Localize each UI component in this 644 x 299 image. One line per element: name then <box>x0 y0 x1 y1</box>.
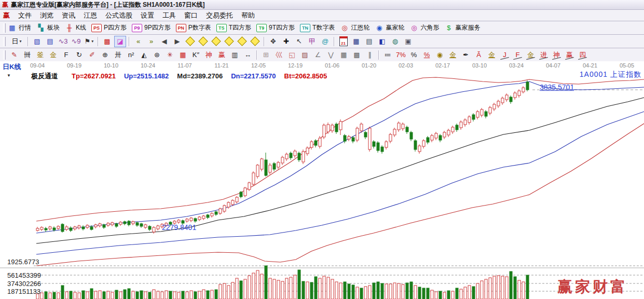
menu-item-8[interactable]: 交易委托 <box>202 10 237 20</box>
menu-item-2[interactable]: 资讯 <box>58 10 79 20</box>
diamond-hshrink[interactable] <box>210 36 222 47</box>
angle-shen[interactable]: 神 <box>551 49 563 61</box>
protractor[interactable]: ◭ <box>138 49 150 61</box>
last-page[interactable]: » <box>145 36 157 47</box>
hexagon-button[interactable]: ◎六角形 <box>409 23 439 32</box>
menu-item-6[interactable]: 工具 <box>158 10 180 20</box>
price-levels[interactable]: ≔ <box>382 49 394 61</box>
gann-wheel-button[interactable]: ◎江恩轮 <box>340 23 369 32</box>
percent-7[interactable]: 7% <box>395 49 407 61</box>
wave-3[interactable]: ∿3 <box>57 36 69 47</box>
gann-circle[interactable]: ⊛ <box>151 49 163 61</box>
n-square[interactable]: n² <box>125 49 137 61</box>
info-panel[interactable]: ▤ <box>44 36 56 47</box>
shen-tool[interactable]: 神 <box>203 49 215 61</box>
brush-tool[interactable]: ✐ <box>86 49 98 61</box>
t9-square-button[interactable]: T99T四方形 <box>256 23 295 32</box>
angle-j[interactable]: J <box>499 49 511 61</box>
trend-angle[interactable]: ∠ <box>312 49 324 61</box>
scribble-tool[interactable]: @ <box>319 36 331 47</box>
angle-ying[interactable]: 赢 <box>564 49 576 61</box>
menu-item-5[interactable]: 设置 <box>136 10 158 20</box>
frame-tool[interactable]: ⊞ <box>260 49 272 61</box>
gold-lines[interactable]: 金 <box>447 49 459 61</box>
angle-gold[interactable]: 金 <box>525 49 537 61</box>
winner-service-button[interactable]: $赢家服务 <box>444 23 480 32</box>
calculator[interactable]: ▦ <box>350 36 362 47</box>
k-quote[interactable]: K″ <box>190 49 202 61</box>
menu-item-7[interactable]: 窗口 <box>180 10 202 20</box>
flag-marker[interactable]: ⚑▾ <box>83 36 95 47</box>
percent-lines[interactable]: % <box>421 49 433 61</box>
menu-item-9[interactable]: 帮助 <box>237 10 259 20</box>
p-square-button[interactable]: PSP四方形 <box>91 23 127 32</box>
save[interactable]: ◧ <box>376 36 388 47</box>
diamond-vexpand[interactable] <box>249 36 261 47</box>
quotes-button[interactable]: ▦行情 <box>8 23 31 32</box>
hatch-box[interactable]: ▨ <box>299 49 311 61</box>
ying-tool[interactable]: 赢 <box>216 49 228 61</box>
t-square-button[interactable]: TST四方形 <box>216 23 251 32</box>
angle-si[interactable]: 四 <box>577 49 588 61</box>
notepad[interactable]: ▤ <box>363 36 375 47</box>
crosshair[interactable]: ✚ <box>280 36 292 47</box>
sectors-button[interactable]: ▚板块 <box>36 23 60 32</box>
menu-item-1[interactable]: 浏览 <box>36 10 58 20</box>
fan-lines[interactable]: 巛 <box>273 49 285 61</box>
gauge-circle[interactable]: ⊕ <box>99 49 111 61</box>
first-page[interactable]: « <box>132 36 144 47</box>
menu-item-0[interactable]: 文件 <box>14 10 36 20</box>
gold-circle[interactable]: ◉ <box>434 49 446 61</box>
ruler-123[interactable]: ▥ <box>229 49 241 61</box>
calendar[interactable]: 21 <box>337 36 349 47</box>
red-pattern[interactable]: ▩ <box>101 36 113 47</box>
pointer-note[interactable]: ↖ <box>293 36 305 47</box>
period-selector[interactable]: 日▾ <box>8 36 25 47</box>
grid-a[interactable]: ▦ <box>338 49 350 61</box>
stamp-tool[interactable]: 甲 <box>306 36 318 47</box>
diamond-vshrink[interactable] <box>236 36 248 47</box>
grid-b[interactable]: ▩ <box>351 49 363 61</box>
angle-f[interactable]: F <box>512 49 524 61</box>
next-page[interactable]: ▶ <box>171 36 183 47</box>
star-web[interactable]: ✳ <box>164 49 176 61</box>
prev-page[interactable]: ◀ <box>158 36 170 47</box>
pattern-window[interactable]: ▧ <box>31 36 43 47</box>
f-ruler[interactable]: F <box>60 49 72 61</box>
gold-underline[interactable]: 金 <box>486 49 498 61</box>
gold-gann-b[interactable]: 金 <box>47 49 59 61</box>
bars-tool[interactable]: 卅 <box>112 49 124 61</box>
pan-hand[interactable]: ✥ <box>267 36 279 47</box>
diamond-hexpand[interactable] <box>223 36 235 47</box>
spiral-tool[interactable]: ↻ <box>73 49 85 61</box>
p-number-button[interactable]: PNP数字表 <box>176 23 211 32</box>
kline-button[interactable]: ╫K线 <box>65 23 86 32</box>
diamond-right[interactable] <box>197 36 209 47</box>
chart-area[interactable] <box>0 70 644 299</box>
percent[interactable]: % <box>408 49 420 61</box>
width-measure[interactable]: ↔ <box>242 49 254 61</box>
web-export[interactable]: ◍ <box>389 36 401 47</box>
menu-item-4[interactable]: 公式选股 <box>101 10 136 20</box>
period-dropdown-caret-icon[interactable]: ▼ <box>7 73 11 78</box>
t-number-button[interactable]: TNT数字表 <box>300 23 335 32</box>
pen-flag[interactable]: ✒ <box>460 49 472 61</box>
angle-jin[interactable]: 进 <box>538 49 550 61</box>
fan-box[interactable]: ◱ <box>286 49 298 61</box>
wave-a[interactable]: Ã <box>473 49 485 61</box>
pencil-tool[interactable]: ✎ <box>8 49 20 61</box>
gold-gann-a[interactable]: 釜 <box>34 49 46 61</box>
grid-comb[interactable]: 卌 <box>21 49 33 61</box>
print[interactable]: ▣ <box>402 36 414 47</box>
zigzag-tool[interactable]: ⋁ <box>325 49 337 61</box>
p9-square-button[interactable]: P99P四方形 <box>132 23 171 32</box>
period-label[interactable]: 日K线 <box>3 62 21 72</box>
menu-item-3[interactable]: 江恩 <box>79 10 101 20</box>
color-volume[interactable]: ◪ <box>114 36 126 47</box>
parallel-lines[interactable]: ∥ <box>364 49 376 61</box>
wave-9[interactable]: ∿9 <box>70 36 82 47</box>
red-grid[interactable]: ▦ <box>177 49 189 61</box>
kline-chart[interactable] <box>0 70 644 299</box>
diamond-left[interactable] <box>184 36 196 47</box>
winner-wheel-button[interactable]: ◉赢家轮 <box>375 23 404 32</box>
